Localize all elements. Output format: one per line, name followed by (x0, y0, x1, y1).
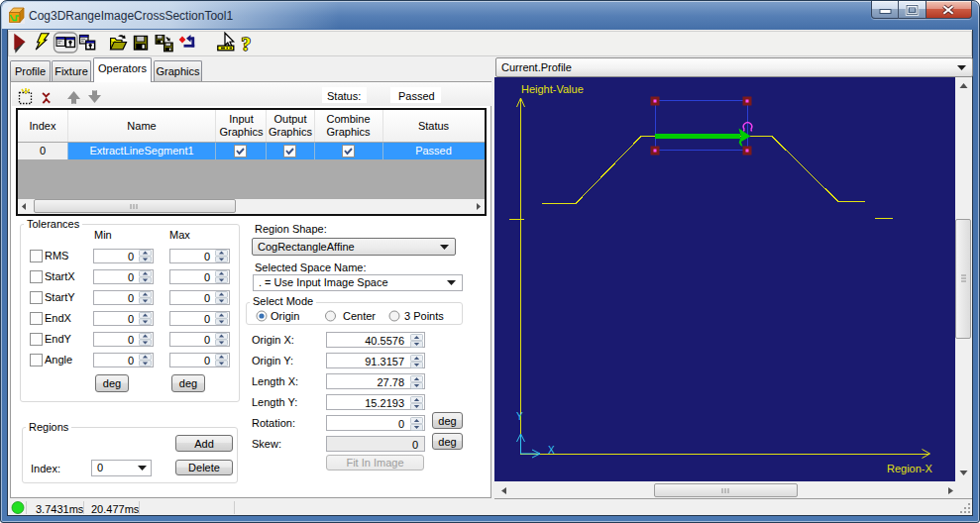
svg-text:Y: Y (516, 411, 523, 422)
svg-text:?: ? (242, 34, 252, 54)
svg-text:Height-Value: Height-Value (521, 83, 584, 95)
svg-text:X: X (548, 445, 555, 456)
svg-text:Region-X: Region-X (887, 463, 933, 474)
